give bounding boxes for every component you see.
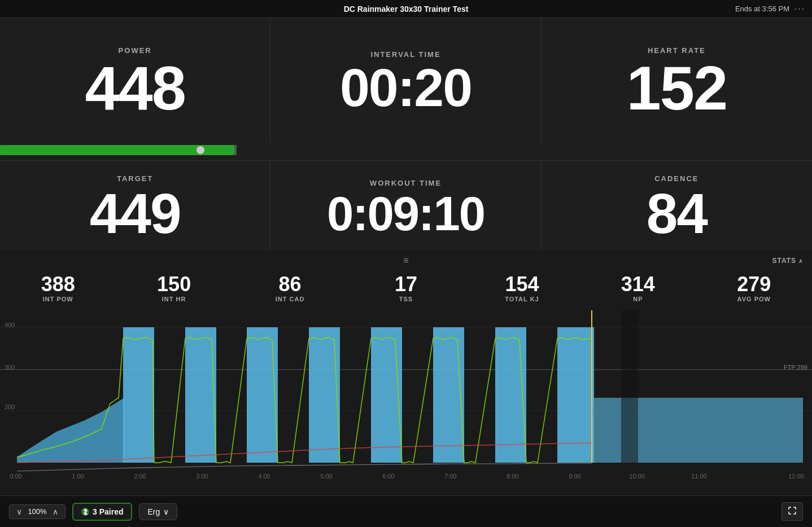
workout-time-value: 0:09:10: [327, 190, 484, 238]
stats-header: ≡ STATS ∧: [0, 251, 812, 271]
svg-text:8:00: 8:00: [507, 473, 518, 480]
hamburger-icon[interactable]: ≡: [403, 256, 408, 266]
stat-tss-value: 17: [395, 274, 417, 295]
svg-text:0:00: 0:00: [10, 473, 21, 480]
stat-np-label: NP: [633, 296, 643, 302]
stat-total-kj-label: TOTAL KJ: [505, 296, 539, 302]
svg-rect-11: [495, 327, 526, 463]
bluetooth-icon: [81, 508, 89, 516]
stat-tss: 17 TSS: [348, 271, 464, 306]
svg-text:3:00: 3:00: [196, 473, 208, 480]
paired-button[interactable]: 3 Paired: [72, 503, 132, 521]
cadence-cell: CADENCE 84: [542, 161, 812, 251]
target-value: 449: [90, 185, 181, 241]
stat-int-cad-label: INT CAD: [276, 296, 305, 302]
svg-text:12:00: 12:00: [788, 473, 804, 480]
erg-chevron-icon: ∨: [163, 507, 169, 516]
paired-label: 3 Paired: [93, 507, 123, 516]
stat-int-pow-label: INT POW: [43, 296, 73, 302]
fullscreen-icon: [788, 506, 797, 515]
stats-label: STATS ∧: [772, 257, 803, 265]
stat-int-pow-value: 388: [41, 274, 75, 295]
end-time: Ends at 3:56 PM: [735, 5, 789, 13]
svg-text:4:00: 4:00: [258, 473, 270, 480]
stat-int-hr-value: 150: [157, 274, 191, 295]
erg-label: Erg: [147, 507, 160, 516]
svg-rect-10: [433, 327, 464, 463]
ftp-label: FTP 299: [784, 364, 807, 371]
workout-time-label: WORKOUT TIME: [370, 179, 442, 187]
stat-total-kj-value: 154: [505, 274, 539, 295]
power-slider-track[interactable]: [0, 145, 234, 155]
top-bar: DC Rainmaker 30x30 Trainer Test Ends at …: [0, 0, 812, 18]
svg-text:10:00: 10:00: [629, 473, 645, 480]
zoom-down-button[interactable]: ∨: [14, 507, 24, 516]
power-slider-thumb[interactable]: [197, 146, 204, 154]
stat-avg-pow-value: 279: [737, 274, 771, 295]
zoom-up-button[interactable]: ∧: [50, 507, 60, 516]
stat-int-cad-value: 86: [279, 274, 302, 295]
power-cell: POWER 448: [0, 18, 270, 142]
workout-time-cell: WORKOUT TIME 0:09:10: [270, 161, 541, 251]
stat-avg-pow-label: AVG POW: [737, 296, 771, 302]
stat-int-cad: 86 INT CAD: [232, 271, 348, 306]
bottom-bar: ∨ 100% ∧ 3 Paired Erg ∨: [0, 495, 812, 527]
svg-text:2:00: 2:00: [134, 473, 146, 480]
svg-text:1:00: 1:00: [72, 473, 84, 480]
stats-section: ≡ STATS ∧ 388 INT POW 150 INT HR 86 INT …: [0, 251, 812, 488]
stat-int-hr: 150 INT HR: [116, 271, 232, 306]
stat-int-pow: 388 INT POW: [0, 271, 116, 306]
stat-avg-pow: 279 AVG POW: [696, 271, 812, 306]
svg-text:7:00: 7:00: [444, 473, 456, 480]
power-value: 448: [85, 57, 185, 119]
cadence-value: 84: [647, 185, 707, 241]
svg-text:5:00: 5:00: [320, 473, 332, 480]
stat-np-value: 314: [621, 274, 655, 295]
svg-rect-7: [247, 327, 278, 463]
svg-rect-9: [371, 327, 402, 463]
svg-rect-6: [185, 327, 216, 463]
workout-title: DC Rainmaker 30x30 Trainer Test: [344, 5, 469, 14]
interval-time-cell: INTERVAL TIME 00:20: [270, 18, 541, 142]
metrics-bottom-row: TARGET 449 WORKOUT TIME 0:09:10 CADENCE …: [0, 160, 812, 251]
stats-chevron-icon[interactable]: ∧: [798, 258, 803, 264]
power-slider-area: [0, 142, 812, 160]
stat-total-kj: 154 TOTAL KJ: [464, 271, 580, 306]
heart-rate-value: 152: [627, 57, 727, 119]
y-label-200: 200: [5, 403, 15, 410]
svg-rect-14: [621, 310, 638, 463]
target-cell: TARGET 449: [0, 161, 270, 251]
y-label-400: 400: [5, 322, 15, 328]
svg-rect-12: [557, 327, 594, 463]
svg-text:6:00: 6:00: [382, 473, 394, 480]
more-options[interactable]: ···: [794, 4, 805, 14]
zoom-percent: 100%: [27, 507, 48, 516]
fullscreen-button[interactable]: [782, 502, 803, 521]
svg-text:11:00: 11:00: [691, 473, 707, 480]
slider-end: [234, 145, 237, 155]
zoom-controls[interactable]: ∨ 100% ∧: [9, 504, 66, 519]
heart-rate-cell: HEART RATE 152: [542, 18, 812, 142]
stat-tss-label: TSS: [399, 296, 413, 302]
chart-svg: 0:00 1:00 2:00 3:00 4:00 5:00 6:00 7:00 …: [0, 310, 812, 485]
chart-area[interactable]: 400 300 200 FTP 299: [0, 310, 812, 485]
erg-selector[interactable]: Erg ∨: [139, 503, 177, 520]
interval-time-value: 00:20: [340, 61, 472, 115]
metrics-top-row: POWER 448 INTERVAL TIME 00:20 HEART RATE…: [0, 18, 812, 142]
y-label-300: 300: [5, 364, 15, 371]
stat-numbers-row: 388 INT POW 150 INT HR 86 INT CAD 17 TSS…: [0, 271, 812, 310]
stat-int-hr-label: INT HR: [162, 296, 186, 302]
svg-rect-5: [123, 327, 154, 463]
svg-rect-8: [309, 327, 340, 463]
stat-np: 314 NP: [580, 271, 696, 306]
svg-text:9:00: 9:00: [569, 473, 580, 480]
